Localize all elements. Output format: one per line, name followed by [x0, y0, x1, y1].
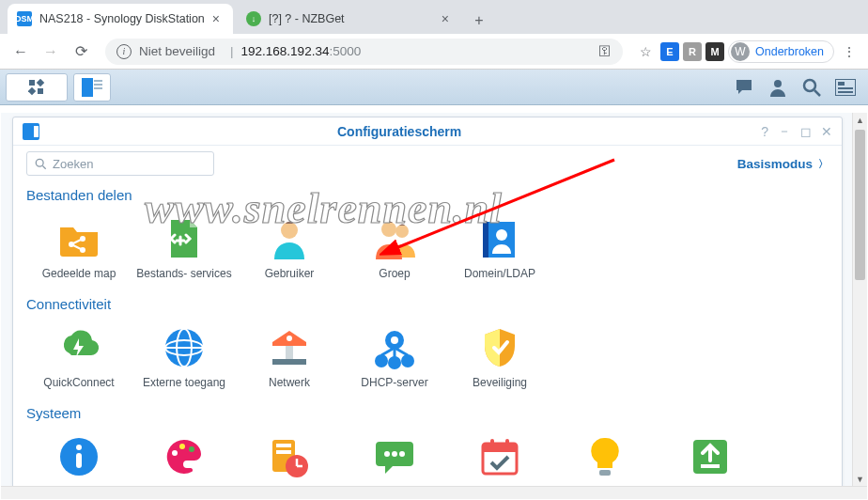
svg-rect-2 [28, 86, 36, 94]
tab-close-icon[interactable]: × [438, 11, 453, 26]
item-domain-ldap[interactable]: Domein/LDAP [447, 212, 552, 290]
tab-close-icon[interactable]: × [209, 11, 224, 26]
dsm-chat-icon[interactable] [731, 74, 757, 101]
url-port: :5000 [329, 44, 361, 58]
browser-tab-inactive[interactable]: ↓ [?] ? - NZBGet × [237, 4, 462, 34]
dsm-main-menu-button[interactable] [6, 73, 68, 102]
svg-line-41 [395, 348, 408, 355]
svg-point-15 [36, 159, 43, 166]
tab-title: [?] ? - NZBGet [269, 12, 345, 25]
kebab-menu-icon[interactable]: ⋮ [838, 40, 860, 63]
item-notification[interactable] [342, 430, 447, 487]
back-button[interactable]: ← [8, 39, 34, 65]
vertical-scrollbar[interactable]: ▲ ▼ [852, 113, 867, 487]
panel-header[interactable]: Configuratiescherm ? － ◻ ✕ [13, 117, 842, 146]
item-regional[interactable] [237, 430, 342, 487]
svg-rect-51 [276, 450, 291, 454]
notify-icon [372, 434, 417, 479]
scroll-down-arrow[interactable]: ▼ [853, 472, 867, 487]
dsm-search-icon[interactable] [798, 74, 825, 101]
panel-minimize-icon[interactable]: － [778, 123, 791, 140]
svg-point-47 [179, 444, 185, 449]
favicon-dsm-icon: DSM [17, 11, 32, 26]
search-icon [35, 158, 47, 170]
regional-icon [267, 434, 312, 479]
panel-help-icon[interactable]: ? [761, 124, 768, 139]
new-tab-button[interactable]: + [466, 8, 492, 34]
svg-point-44 [76, 445, 82, 450]
mode-toggle-link[interactable]: Basismodus 〉 [737, 157, 829, 171]
item-network[interactable]: Netwerk [237, 321, 342, 399]
section-heading: Systeem [26, 405, 829, 421]
shield-icon [477, 325, 522, 370]
search-placeholder: Zoeken [53, 157, 93, 171]
profile-avatar-icon: W [731, 42, 750, 61]
item-security[interactable]: Beveiliging [447, 321, 552, 399]
site-info-icon[interactable]: i [116, 44, 132, 59]
item-dhcp[interactable]: DHCP-server [342, 321, 447, 399]
saved-password-icon[interactable]: ⚿ [598, 44, 612, 58]
favicon-nzb-icon: ↓ [246, 11, 261, 26]
item-file-services[interactable]: Bestands- services [132, 212, 237, 290]
dsm-desktop: Configuratiescherm ? － ◻ ✕ Zoeken Basism… [1, 113, 867, 487]
dsm-control-panel-task[interactable] [73, 73, 111, 102]
profile-label: Onderbroken [755, 45, 824, 58]
bookmark-star-icon[interactable]: ☆ [634, 40, 657, 63]
reload-button[interactable]: ⟳ [68, 39, 94, 65]
svg-point-9 [804, 80, 815, 91]
extension-badge[interactable]: E [660, 42, 679, 61]
svg-rect-4 [82, 78, 93, 97]
item-group[interactable]: Groep [342, 212, 447, 290]
url-host: 192.168.192.34 [241, 44, 330, 58]
svg-point-36 [375, 354, 388, 367]
item-user[interactable]: Gebruiker [237, 212, 342, 290]
dsm-user-icon[interactable] [765, 74, 791, 101]
forward-button[interactable]: → [38, 39, 64, 65]
file-services-icon [162, 216, 207, 261]
item-shared-folder[interactable]: Gedeelde map [26, 212, 132, 290]
task-icon [477, 434, 522, 479]
dsm-widgets-icon[interactable] [832, 74, 859, 101]
svg-rect-0 [29, 80, 35, 86]
extension-badge[interactable]: R [683, 42, 702, 61]
panel-app-icon [23, 123, 39, 140]
item-update-restore[interactable] [658, 430, 763, 487]
address-bar[interactable]: i Niet beveiligd | 192.168.192.34:5000 ⚿ [105, 39, 623, 65]
item-hardware[interactable] [552, 430, 658, 487]
svg-rect-5 [94, 80, 102, 82]
panel-close-icon[interactable]: ✕ [821, 124, 832, 139]
svg-line-10 [814, 90, 820, 96]
horizontal-scrollbar[interactable] [1, 486, 867, 499]
section-heading: Bestanden delen [26, 187, 829, 203]
item-external-access[interactable]: Externe toegang [132, 321, 237, 399]
svg-rect-33 [272, 359, 306, 365]
item-quickconnect[interactable]: QuickConnect [26, 321, 132, 399]
svg-point-38 [401, 354, 414, 367]
item-theme[interactable] [132, 430, 237, 487]
svg-line-39 [381, 348, 395, 355]
svg-rect-7 [94, 87, 102, 89]
profile-badge[interactable]: W Onderbroken [728, 40, 834, 63]
scroll-up-arrow[interactable]: ▲ [853, 113, 867, 128]
item-task-scheduler[interactable] [447, 430, 552, 487]
panel-maximize-icon[interactable]: ◻ [800, 124, 812, 139]
svg-rect-13 [838, 87, 853, 89]
svg-line-16 [42, 165, 45, 168]
extension-badge[interactable]: M [705, 42, 724, 61]
chevron-right-icon: 〉 [818, 157, 829, 171]
svg-rect-60 [490, 439, 494, 447]
svg-rect-45 [76, 453, 82, 468]
item-info-center[interactable] [26, 430, 132, 487]
scroll-thumb[interactable] [855, 130, 865, 280]
svg-point-42 [391, 336, 398, 344]
svg-rect-14 [838, 91, 853, 93]
svg-point-57 [399, 451, 405, 457]
svg-rect-32 [286, 346, 293, 359]
svg-point-56 [392, 451, 397, 457]
dsm-taskbar [0, 70, 868, 105]
folder-share-icon [56, 216, 101, 261]
panel-search-input[interactable]: Zoeken [26, 151, 214, 176]
panel-body: Bestanden delen Gedeelde map Bestands- s… [13, 181, 842, 487]
browser-tab-active[interactable]: DSM NAS218 - Synology DiskStation × [8, 4, 233, 34]
svg-point-46 [172, 450, 178, 456]
